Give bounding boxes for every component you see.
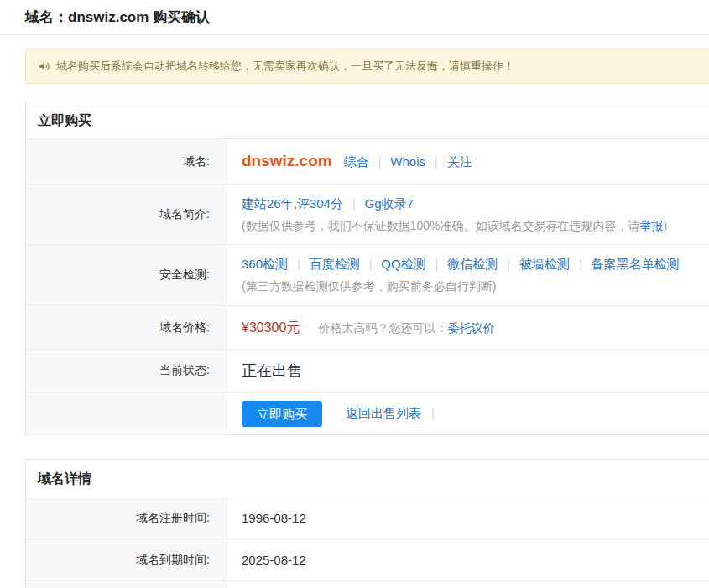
separator: | — [579, 255, 582, 273]
google-index-link[interactable]: Gg收录7 — [365, 195, 414, 213]
detail-card-title: 域名详情 — [26, 460, 709, 497]
domain-row: 域名: dnswiz.com 综合 | Whois | 关注 — [26, 139, 709, 185]
price-row: 域名价格: ¥30300元 价格太高吗？您还可以： 委托议价 — [26, 306, 709, 350]
check-360-link[interactable]: 360检测 — [242, 255, 288, 273]
buy-now-card: 立即购买 域名: dnswiz.com 综合 | Whois | 关注 域名简介… — [25, 101, 709, 435]
whois-link[interactable]: Whois — [390, 153, 425, 171]
buy-now-button[interactable]: 立即购买 — [242, 401, 322, 427]
negotiate-price-link[interactable]: 委托议价 — [447, 319, 494, 337]
report-link[interactable]: 举报 — [639, 216, 663, 235]
status-row: 当前状态: 正在出售 — [26, 350, 709, 393]
purchase-warning-alert: 域名购买后系统会自动把域名转移给您，无需卖家再次确认，一旦买了无法反悔，请慎重操… — [25, 49, 709, 84]
actions-row: 立即购买 返回出售列表 | — [26, 393, 709, 434]
follow-link[interactable]: 关注 — [447, 153, 472, 171]
register-date-label: 域名注册时间: — [26, 497, 227, 539]
security-disclaimer: (第三方数据检测仅供参考，购买前务必自行判断) — [242, 277, 496, 295]
security-check-row: 安全检测: 360检测 | 百度检测 | QQ检测 | 微信检测 | 被墙检测 … — [26, 245, 709, 306]
check-icp-blacklist-link[interactable]: 备案黑名单检测 — [592, 255, 680, 273]
expire-date-row: 域名到期时间: 2025-08-12 — [26, 539, 709, 581]
back-to-list-link[interactable]: 返回出售列表 — [346, 404, 421, 423]
check-qq-link[interactable]: QQ检测 — [381, 255, 425, 273]
alert-text: 域名购买后系统会自动把域名转移给您，无需卖家再次确认，一旦买了无法反悔，请慎重操… — [56, 59, 514, 74]
check-baidu-link[interactable]: 百度检测 — [310, 255, 360, 273]
separator: | — [435, 255, 439, 273]
intro-disclaimer: (数据仅供参考，我们不保证数据100%准确。如该域名交易存在违规内容，请 — [242, 216, 639, 235]
check-gfw-link[interactable]: 被墙检测 — [519, 255, 570, 273]
site-age-score-link[interactable]: 建站26年,评304分 — [242, 195, 343, 213]
register-date-value: 1996-08-12 — [242, 509, 306, 528]
price-note: 价格太高吗？您还可以： — [318, 319, 447, 337]
partial-row — [26, 581, 709, 588]
page-title: 域名：dnswiz.com 购买确认 — [25, 8, 709, 27]
partial-row-label-spacer — [26, 581, 227, 588]
security-check-label: 安全检测: — [26, 245, 227, 305]
domain-details-card: 域名详情 域名注册时间: 1996-08-12 域名到期时间: 2025-08-… — [25, 459, 709, 588]
domain-intro-row: 域名简介: 建站26年,评304分 | Gg收录7 (数据仅供参考，我们不保证数… — [26, 185, 709, 245]
domain-intro-label: 域名简介: — [26, 185, 227, 244]
separator: | — [431, 404, 435, 423]
separator: | — [435, 153, 438, 171]
separator: | — [378, 153, 382, 171]
domain-name: dnswiz.com — [242, 152, 332, 170]
expire-date-value: 2025-08-12 — [242, 551, 306, 570]
domain-label: 域名: — [26, 139, 227, 184]
title-divider — [0, 34, 709, 35]
expire-date-label: 域名到期时间: — [26, 539, 227, 580]
speaker-icon — [39, 60, 50, 72]
intro-disclaimer-close: ) — [663, 216, 667, 235]
status-label: 当前状态: — [26, 350, 227, 392]
separator: | — [352, 195, 356, 213]
status-value: 正在出售 — [242, 362, 302, 380]
separator: | — [297, 255, 300, 273]
price-label: 域名价格: — [26, 306, 227, 349]
price-value: ¥30300元 — [242, 319, 300, 337]
actions-label-spacer — [26, 393, 227, 434]
register-date-row: 域名注册时间: 1996-08-12 — [26, 497, 709, 539]
separator: | — [507, 255, 510, 273]
separator: | — [369, 255, 373, 273]
page-content: 域名：dnswiz.com 购买确认 域名购买后系统会自动把域名转移给您，无需卖… — [0, 8, 709, 588]
composite-check-link[interactable]: 综合 — [344, 153, 369, 171]
check-wechat-link[interactable]: 微信检测 — [447, 255, 498, 273]
buy-card-title: 立即购买 — [26, 101, 709, 139]
